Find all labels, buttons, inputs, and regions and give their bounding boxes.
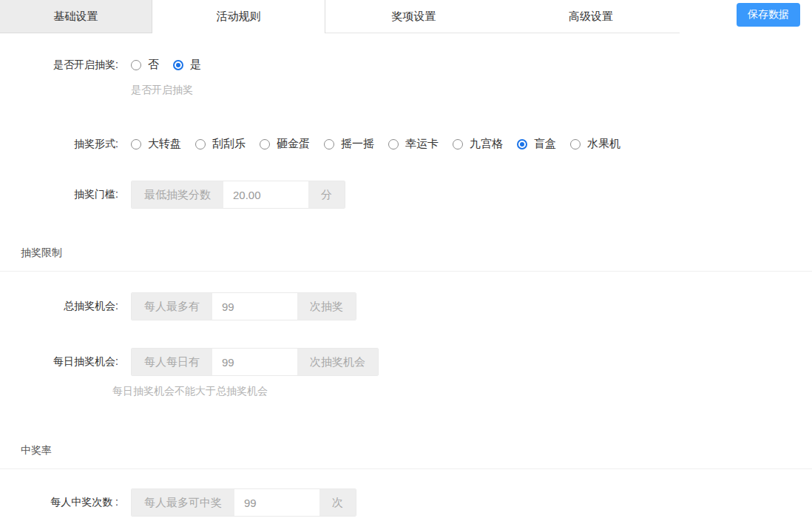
row-lottery-type: 抽奖形式: 大转盘 刮刮乐 砸金蛋 摇一摇 幸运卡 <box>0 137 812 151</box>
lottery-type-label: 抽奖形式: <box>0 138 118 151</box>
radio-option-no[interactable]: 否 <box>131 58 159 72</box>
lottery-type-options: 大转盘 刮刮乐 砸金蛋 摇一摇 幸运卡 九宫格 <box>131 137 635 151</box>
tab-advanced-settings[interactable]: 高级设置 <box>502 0 680 33</box>
enable-lottery-options: 否 是 <box>131 58 215 72</box>
win-times-append: 次 <box>319 489 356 516</box>
radio-option-nine-grid[interactable]: 九宫格 <box>453 137 503 151</box>
activity-rules-form: 是否开启抽奖: 否 是 是否开启抽奖 抽奖形式: 大转盘 刮刮乐 <box>0 33 812 517</box>
row-daily-chances: 每日抽奖机会: 每人每日有 次抽奖机会 <box>0 348 812 376</box>
radio-icon[interactable] <box>131 60 141 70</box>
radio-icon[interactable] <box>453 139 463 150</box>
radio-option-fruit-machine[interactable]: 水果机 <box>570 137 620 151</box>
row-win-times: 每人中奖次数 : 每人最多可中奖 次 <box>0 488 812 517</box>
radio-option-label: 摇一摇 <box>341 137 374 151</box>
radio-option-label: 砸金蛋 <box>277 137 310 151</box>
radio-icon[interactable] <box>131 139 141 150</box>
row-lottery-threshold: 抽奖门槛: 最低抽奖分数 分 <box>0 181 812 209</box>
total-chances-label: 总抽奖机会: <box>0 300 118 313</box>
radio-icon[interactable] <box>173 60 183 70</box>
radio-option-label: 水果机 <box>587 137 620 151</box>
tab-list: 基础设置 活动规则 奖项设置 高级设置 <box>0 0 680 33</box>
tab-basic-settings[interactable]: 基础设置 <box>0 0 152 33</box>
enable-lottery-helper: 是否开启抽奖 <box>131 84 812 97</box>
row-total-chances: 总抽奖机会: 每人最多有 次抽奖 <box>0 292 812 320</box>
daily-chances-prepend: 每人每日有 <box>132 349 212 375</box>
total-chances-input[interactable] <box>212 293 297 320</box>
radio-option-label: 幸运卡 <box>405 137 439 151</box>
radio-option-label: 否 <box>148 58 159 72</box>
section-title-lottery-limits: 抽奖限制 <box>21 246 812 260</box>
radio-option-lucky-card[interactable]: 幸运卡 <box>388 137 439 151</box>
radio-option-shake[interactable]: 摇一摇 <box>324 137 374 151</box>
radio-icon[interactable] <box>570 139 581 150</box>
radio-option-big-wheel[interactable]: 大转盘 <box>131 137 181 151</box>
threshold-input-group: 最低抽奖分数 分 <box>131 181 345 209</box>
row-enable-lottery: 是否开启抽奖: 否 是 <box>0 58 812 72</box>
radio-option-label: 刮刮乐 <box>212 137 246 151</box>
threshold-prepend: 最低抽奖分数 <box>132 181 223 208</box>
radio-option-blind-box[interactable]: 盲盒 <box>517 137 556 151</box>
radio-icon[interactable] <box>195 139 206 150</box>
radio-option-scratch-card[interactable]: 刮刮乐 <box>195 137 246 151</box>
daily-chances-label: 每日抽奖机会: <box>0 355 118 369</box>
save-data-button[interactable]: 保存数据 <box>737 3 800 27</box>
divider <box>0 468 812 469</box>
total-chances-prepend: 每人最多有 <box>132 293 212 320</box>
daily-chances-append: 次抽奖机会 <box>297 349 378 375</box>
radio-icon[interactable] <box>324 139 334 150</box>
tab-prize-settings[interactable]: 奖项设置 <box>325 0 502 33</box>
win-times-input[interactable] <box>234 489 319 516</box>
divider <box>0 271 812 272</box>
win-times-label: 每人中奖次数 : <box>0 496 118 509</box>
radio-option-label: 九宫格 <box>470 137 503 151</box>
total-chances-append: 次抽奖 <box>297 293 356 320</box>
section-title-win-rate: 中奖率 <box>21 444 812 457</box>
radio-icon[interactable] <box>517 139 527 150</box>
radio-option-label: 盲盒 <box>534 137 556 151</box>
tab-bar: 基础设置 活动规则 奖项设置 高级设置 保存数据 <box>0 0 812 33</box>
radio-option-golden-egg[interactable]: 砸金蛋 <box>260 137 310 151</box>
daily-chances-input[interactable] <box>212 349 297 375</box>
total-chances-input-group: 每人最多有 次抽奖 <box>131 292 356 320</box>
radio-icon[interactable] <box>388 139 399 150</box>
lottery-threshold-label: 抽奖门槛: <box>0 188 118 201</box>
threshold-append: 分 <box>308 181 345 208</box>
radio-icon[interactable] <box>260 139 270 150</box>
win-times-prepend: 每人最多可中奖 <box>132 489 234 516</box>
radio-option-yes[interactable]: 是 <box>173 58 201 72</box>
tab-activity-rules[interactable]: 活动规则 <box>152 0 325 33</box>
daily-chances-input-group: 每人每日有 次抽奖机会 <box>131 348 379 376</box>
threshold-input[interactable] <box>223 181 308 208</box>
radio-option-label: 大转盘 <box>148 137 181 151</box>
enable-lottery-label: 是否开启抽奖: <box>0 58 118 72</box>
win-times-input-group: 每人最多可中奖 次 <box>131 488 356 517</box>
daily-chances-helper: 每日抽奖机会不能大于总抽奖机会 <box>112 385 812 398</box>
radio-option-label: 是 <box>190 58 201 72</box>
